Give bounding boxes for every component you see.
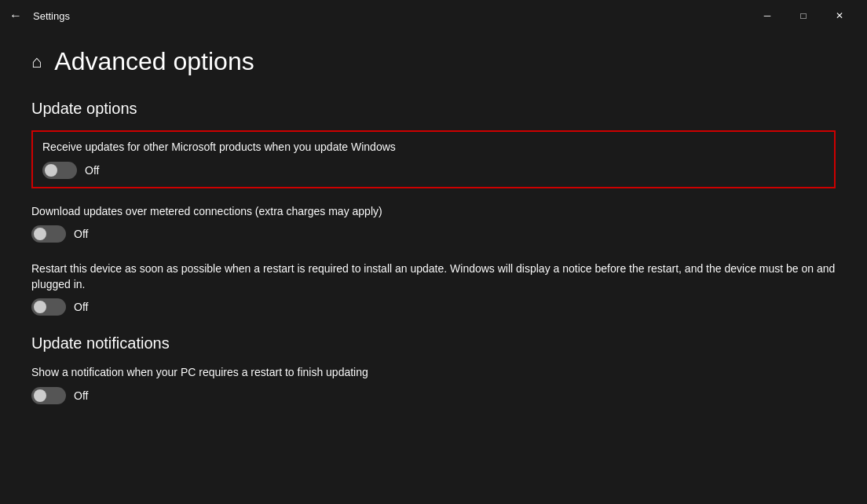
toggle-row-microsoft-products: Off bbox=[42, 162, 825, 179]
toggle-status-restart-device: Off bbox=[74, 301, 88, 313]
title-bar-title: Settings bbox=[33, 10, 70, 22]
toggle-microsoft-products[interactable] bbox=[42, 162, 77, 179]
section-heading-update-notifications: Update notifications bbox=[31, 334, 836, 352]
setting-item-metered-connections: Download updates over metered connection… bbox=[31, 204, 836, 243]
toggle-row-restart-device: Off bbox=[31, 298, 836, 316]
setting-label-microsoft-products: Receive updates for other Microsoft prod… bbox=[42, 140, 825, 155]
content-area: ⌂ Advanced options Update options Receiv… bbox=[0, 31, 867, 504]
title-bar-left: ← Settings bbox=[6, 5, 70, 26]
toggle-status-microsoft-products: Off bbox=[85, 164, 99, 177]
toggle-status-metered-connections: Off bbox=[74, 228, 88, 240]
back-button[interactable]: ← bbox=[6, 5, 25, 26]
close-button[interactable]: ✕ bbox=[821, 3, 858, 28]
setting-item-restart-device: Restart this device as soon as possible … bbox=[31, 261, 836, 316]
setting-label-restart-device: Restart this device as soon as possible … bbox=[31, 261, 836, 292]
toggle-metered-connections[interactable] bbox=[31, 225, 66, 243]
toggle-row-metered-connections: Off bbox=[31, 225, 836, 243]
setting-label-notification-restart: Show a notification when your PC require… bbox=[31, 365, 836, 381]
page-header: ⌂ Advanced options bbox=[31, 47, 836, 76]
toggle-notification-restart[interactable] bbox=[31, 387, 66, 404]
page-title: Advanced options bbox=[54, 47, 254, 76]
maximize-button[interactable]: □ bbox=[785, 3, 821, 28]
toggle-row-notification-restart: Off bbox=[31, 387, 836, 404]
section-heading-update-options: Update options bbox=[31, 100, 836, 118]
setting-label-metered-connections: Download updates over metered connection… bbox=[31, 204, 836, 220]
minimize-button[interactable]: ─ bbox=[749, 3, 785, 28]
title-bar: ← Settings ─ □ ✕ bbox=[0, 0, 867, 31]
setting-item-notification-restart: Show a notification when your PC require… bbox=[31, 365, 836, 404]
setting-item-microsoft-products: Receive updates for other Microsoft prod… bbox=[31, 130, 836, 188]
toggle-status-notification-restart: Off bbox=[74, 389, 88, 402]
toggle-restart-device[interactable] bbox=[31, 298, 66, 316]
home-icon: ⌂ bbox=[31, 53, 42, 71]
title-bar-controls: ─ □ ✕ bbox=[749, 3, 858, 28]
